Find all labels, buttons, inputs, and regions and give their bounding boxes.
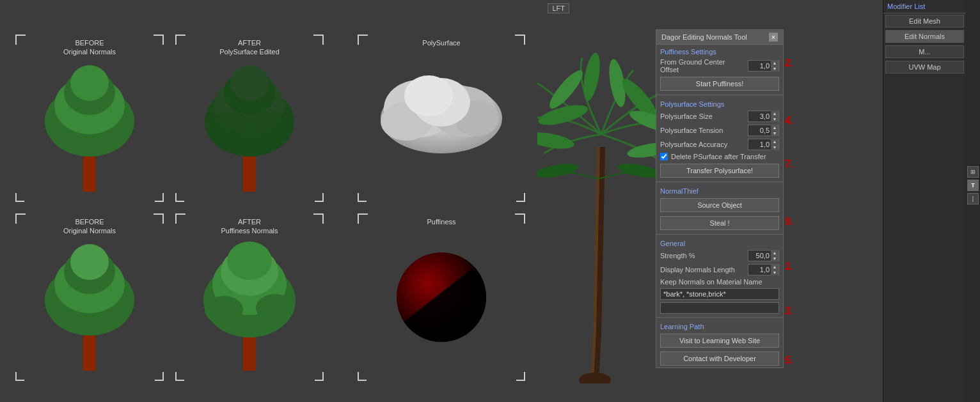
polysurface-size-spinner-btns: ▲ ▼ [771,111,778,122]
polysurface-tension-spinner-btns: ▲ ▼ [771,125,778,136]
visit-learning-button[interactable]: Visit to Learning Web Site [660,334,779,348]
transfer-polysurface-button[interactable]: Transfer Polysurface! [660,164,779,178]
ground-center-label: From Ground Center Offset [660,58,745,73]
polysurface-accuracy-input[interactable]: 1,0 [748,141,771,148]
modifier-list-label: Modifier List [883,0,966,13]
divider-3 [656,234,783,235]
general-section-title: General [656,236,783,249]
edit-normals-button[interactable]: Edit Normals [885,30,964,43]
polysurface-tension-label: Polysurface Tension [660,127,745,134]
polysurface-tension-down-btn[interactable]: ▼ [771,130,778,136]
ground-center-input[interactable]: 1,0 [748,62,771,70]
annotation-4: 4. [785,115,793,127]
polysurface-accuracy-up-btn[interactable]: ▲ [771,139,778,144]
vp-label-after-puffiness: AFTERPuffiness Normals [221,217,278,236]
delete-psurface-label: Delete PSurface after Transfer [671,153,766,160]
polysurface-size-input[interactable]: 3,0 [748,112,771,120]
normals-length-label: Display Normals Length [660,266,745,274]
icon-btn-2[interactable]: T [967,180,979,191]
modifier-m-button[interactable]: M... [885,45,964,58]
divider-1 [656,95,783,95]
polysurface-accuracy-row: Polysurface Accuracy 1,0 ▲ ▼ [656,137,783,151]
strength-spinner-btns: ▲ ▼ [771,250,778,261]
vp-label-before-original-2: BEFOREOriginal Normals [63,217,116,236]
svg-rect-5 [243,153,256,192]
vp-puffiness: Puffiness [355,211,528,383]
svg-point-28 [227,242,272,280]
source-object-button[interactable]: Source Object [660,198,779,212]
annotation-7: 7. [785,158,793,170]
strength-label: Strength % [660,252,745,259]
vp-label-polysurface: PolySurface [422,38,460,47]
polysurface-size-up-btn[interactable]: ▲ [771,111,778,116]
extra-input[interactable] [660,302,779,314]
svg-point-40 [537,161,580,180]
ball-slash [397,252,486,342]
steal-button[interactable]: Steal ! [660,216,779,230]
svg-rect-19 [83,332,96,371]
viewport-label: LFT [548,3,569,13]
dagor-title: Dagor Editing Normals Tool [661,33,747,41]
normals-length-spinner-btns: ▲ ▼ [771,264,778,275]
vp-after-puffiness: AFTERPuffiness Normals [173,211,326,383]
polysurface-tension-up-btn[interactable]: ▲ [771,125,778,130]
divider-4 [656,317,783,318]
ground-center-spinner-btns: ▲ ▼ [771,60,778,72]
dagor-close-button[interactable]: × [769,33,778,42]
palm-svg [537,19,665,383]
normals-length-down-btn[interactable]: ▼ [771,270,778,275]
vp-label-puffiness: Puffiness [427,217,455,226]
svg-point-10 [208,112,253,144]
svg-point-9 [230,65,269,101]
polysurface-tension-row: Polysurface Tension 0,5 ▲ ▼ [656,123,783,137]
polysurface-tension-spinner[interactable]: 0,5 ▲ ▼ [748,125,779,136]
polysurface-size-label: Polysurface Size [660,112,745,120]
main-viewport: LFT BEFOREOriginal Normals AFTERPolySurf… [0,0,883,402]
tree-svg-2 [192,58,307,198]
ground-center-up-btn[interactable]: ▲ [771,60,778,66]
icon-btn-1[interactable]: ⊞ [967,166,979,178]
tree-svg-3 [32,236,147,377]
dagor-panel: Dagor Editing Normals Tool × Puffiness S… [656,29,784,368]
strength-down-btn[interactable]: ▼ [771,256,778,261]
svg-rect-0 [83,153,96,192]
polysurface-tension-input[interactable]: 0,5 [748,127,771,134]
puffiness-section-title: Puffiness Settings [656,45,783,57]
polysurface-accuracy-spinner[interactable]: 1,0 ▲ ▼ [748,139,779,150]
polysurface-size-spinner[interactable]: 3,0 ▲ ▼ [748,111,779,122]
keep-normals-label: Keep Normals on Material Name [656,277,783,287]
contact-developer-button[interactable]: Contact with Developer [660,352,779,366]
vp-polysurface: PolySurface [355,32,528,205]
normals-length-up-btn[interactable]: ▲ [771,264,778,270]
svg-point-34 [581,52,603,102]
start-puffiness-button[interactable]: Start Puffiness! [660,77,779,91]
icon-btn-3[interactable]: | [967,193,979,205]
ground-center-spinner[interactable]: 1,0 ▲ ▼ [748,60,779,72]
polysurface-section-title: Polysurface Settings [656,97,783,109]
uvw-map-button[interactable]: UVW Map [885,61,964,73]
normals-length-row: Display Normals Length 1,0 ▲ ▼ [656,263,783,277]
modifier-panel: Modifier List Edit Mesh Edit Normals M..… [883,0,966,402]
dagor-header[interactable]: Dagor Editing Normals Tool × [656,30,783,45]
delete-psurface-checkbox[interactable] [660,153,668,160]
normalthief-section-title: NormalThief [656,184,783,196]
svg-point-29 [205,296,243,324]
keep-normals-input[interactable]: *bark*, *stone,brick* [660,288,779,300]
strength-spinner[interactable]: 50,0 ▲ ▼ [748,250,779,261]
polysurface-accuracy-down-btn[interactable]: ▼ [771,144,778,150]
right-icon-panel: ⊞ T | [966,0,980,402]
learning-section-title: Learning Path [656,320,783,332]
polysurface-size-down-btn[interactable]: ▼ [771,116,778,122]
cloud-svg [371,67,512,163]
polysurface-accuracy-label: Polysurface Accuracy [660,141,745,148]
vp-before-original-2: BEFOREOriginal Normals [13,211,166,383]
normals-length-spinner[interactable]: 1,0 ▲ ▼ [748,264,779,275]
edit-mesh-button[interactable]: Edit Mesh [885,15,964,27]
normals-length-input[interactable]: 1,0 [748,266,771,274]
svg-point-18 [404,75,453,116]
ground-center-down-btn[interactable]: ▼ [771,66,778,72]
svg-point-11 [246,111,291,143]
strength-input[interactable]: 50,0 [748,252,771,259]
strength-up-btn[interactable]: ▲ [771,250,778,256]
svg-point-38 [537,130,575,152]
